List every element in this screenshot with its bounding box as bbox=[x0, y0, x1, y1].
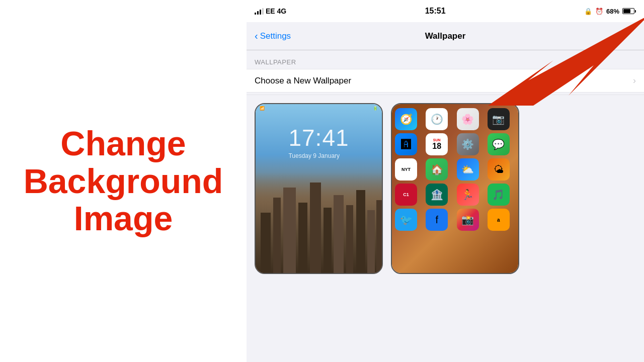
home-screen-preview: 🧭 🕐 🌸 📷 🅰 SUN18 ⚙️ 💬 NYT 🏠 ⛅ 🌤 C1 🏦 🏃 🎵 … bbox=[391, 103, 519, 274]
battery-fill bbox=[623, 9, 630, 13]
battery-icon bbox=[622, 8, 636, 14]
app-photos: 🌸 bbox=[457, 108, 479, 130]
app-messages: 💬 bbox=[488, 133, 510, 155]
title-line2: Background bbox=[24, 162, 223, 200]
app-lloyds: 🏦 bbox=[426, 184, 448, 206]
svg-rect-3 bbox=[273, 198, 281, 273]
signal-bar-3 bbox=[260, 10, 261, 15]
lock-screen-preview: 📶 🔋 17:41 Tuesday 9 January bbox=[255, 103, 383, 274]
app-instagram: 📸 bbox=[457, 209, 479, 231]
app-accuweather: 🌤 bbox=[488, 158, 510, 180]
status-left: EE 4G bbox=[255, 7, 286, 15]
right-panel: EE 4G 15:51 🔒 ⏰ 68% ‹ Settings Wallpaper… bbox=[247, 0, 644, 362]
svg-rect-5 bbox=[298, 203, 307, 273]
app-nytimes: NYT bbox=[395, 158, 417, 180]
signal-bar-4 bbox=[262, 8, 264, 15]
lock-icon: 🔒 bbox=[584, 8, 592, 15]
choose-wallpaper-item[interactable]: Choose a New Wallpaper › bbox=[247, 69, 644, 93]
app-capitalone: C1 bbox=[395, 184, 417, 206]
app-camera: 📷 bbox=[488, 108, 510, 130]
svg-rect-10 bbox=[356, 190, 365, 273]
svg-rect-11 bbox=[367, 210, 375, 273]
app-appstore: 🅰 bbox=[395, 133, 417, 155]
app-maps: 🏠 bbox=[426, 158, 448, 180]
list-section: Choose a New Wallpaper › bbox=[247, 69, 644, 93]
app-weather: ⛅ bbox=[457, 158, 479, 180]
back-chevron-icon: ‹ bbox=[255, 30, 258, 42]
app-spotify: 🎵 bbox=[488, 184, 510, 206]
status-time: 15:51 bbox=[425, 7, 446, 16]
home-screen: 🧭 🕐 🌸 📷 🅰 SUN18 ⚙️ 💬 NYT 🏠 ⛅ 🌤 C1 🏦 🏃 🎵 … bbox=[392, 104, 518, 273]
lock-date: Tuesday 9 January bbox=[288, 152, 349, 159]
lock-time: 17:41 bbox=[288, 124, 349, 151]
app-settings: ⚙️ bbox=[457, 133, 479, 155]
svg-rect-6 bbox=[310, 183, 321, 273]
nav-title: Wallpaper bbox=[425, 31, 466, 41]
section-header: WALLPAPER bbox=[247, 50, 644, 69]
phone-status-bar: 📶 🔋 bbox=[256, 104, 382, 113]
svg-rect-4 bbox=[283, 188, 296, 273]
svg-rect-8 bbox=[334, 195, 344, 273]
nav-bar: ‹ Settings Wallpaper bbox=[247, 22, 644, 50]
title-line1: Change bbox=[60, 124, 186, 162]
back-label: Settings bbox=[260, 31, 291, 41]
lock-screen: 📶 🔋 17:41 Tuesday 9 January bbox=[256, 104, 382, 273]
svg-rect-9 bbox=[346, 205, 353, 273]
app-fitness: 🏃 bbox=[457, 184, 479, 206]
choose-wallpaper-label: Choose a New Wallpaper bbox=[255, 76, 351, 86]
phone-battery-small: 🔋 bbox=[373, 106, 378, 111]
svg-rect-7 bbox=[324, 208, 332, 273]
app-twitter: 🐦 bbox=[395, 209, 417, 231]
signal-bars bbox=[255, 8, 264, 15]
app-clock: 🕐 bbox=[426, 108, 448, 130]
app-safari: 🧭 bbox=[395, 108, 417, 130]
signal-bar-2 bbox=[257, 11, 259, 15]
carrier-text: EE 4G bbox=[266, 7, 286, 15]
wallpaper-preview-area: 📶 🔋 17:41 Tuesday 9 January bbox=[247, 95, 644, 362]
svg-rect-2 bbox=[261, 213, 271, 273]
chevron-right-icon: › bbox=[633, 75, 636, 86]
battery-percent: 68% bbox=[606, 8, 619, 15]
lock-time-display: 17:41 Tuesday 9 January bbox=[288, 124, 349, 159]
status-bar: EE 4G 15:51 🔒 ⏰ 68% bbox=[247, 0, 644, 22]
app-facebook: f bbox=[426, 209, 448, 231]
title-line3: Image bbox=[74, 199, 173, 237]
left-panel: Change Background Image bbox=[0, 0, 247, 362]
title-text: Change Background Image bbox=[24, 125, 223, 237]
back-button[interactable]: ‹ Settings bbox=[255, 30, 291, 42]
svg-rect-12 bbox=[376, 200, 382, 273]
battery-tip bbox=[635, 10, 636, 13]
alarm-icon: ⏰ bbox=[595, 8, 603, 15]
app-amazon: a bbox=[488, 209, 510, 231]
signal-bar-1 bbox=[255, 13, 256, 15]
status-right: 🔒 ⏰ 68% bbox=[584, 8, 636, 15]
phone-signal: 📶 bbox=[260, 106, 265, 111]
buildings-svg bbox=[256, 172, 383, 273]
app-calendar: SUN18 bbox=[426, 133, 448, 155]
